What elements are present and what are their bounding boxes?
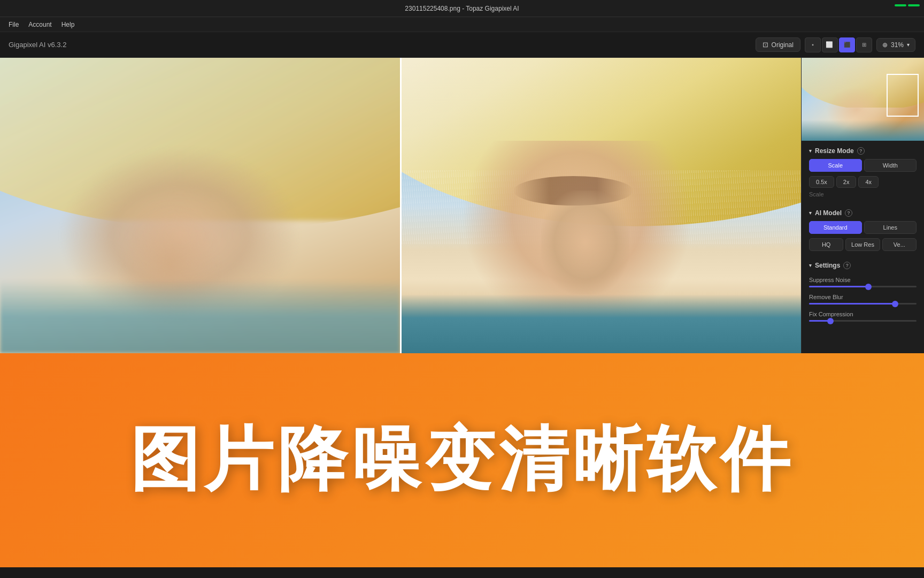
clothing-blur — [0, 279, 400, 353]
settings-chevron: ▾ — [809, 263, 812, 268]
ai-model-lines-btn[interactable]: Lines — [864, 221, 917, 234]
suppress-noise-row: Suppress Noise — [802, 273, 924, 291]
resize-mode-label: Resize Mode — [815, 147, 854, 155]
image-left-panel — [0, 58, 400, 353]
hand-clear — [541, 191, 629, 294]
thumbnail-viewport-rect[interactable] — [887, 74, 919, 117]
menu-file[interactable]: File — [4, 19, 23, 30]
settings-help-icon[interactable]: ? — [843, 262, 851, 269]
ai-model-ve-btn[interactable]: Ve... — [882, 238, 917, 251]
clothing-clear — [402, 294, 802, 353]
main-area: ▾ Resize Mode ? Scale Width 0.5x 2x 4x S… — [0, 58, 924, 353]
settings-label: Settings — [815, 262, 840, 269]
status-indicator — [895, 4, 920, 6]
header-controls: ⊡ Original ▪ ⬜ ⬛ ⊞ ⊕ 31% ▾ — [756, 37, 915, 52]
left-clothing — [0, 279, 400, 353]
resize-mode-help-icon[interactable]: ? — [857, 147, 865, 155]
scale-4x-btn[interactable]: 4x — [858, 176, 879, 188]
resize-mode-options: Scale Width — [802, 159, 924, 176]
remove-blur-thumb[interactable] — [892, 301, 898, 307]
view-split-h-button[interactable]: ⬜ — [822, 37, 838, 52]
remove-blur-label: Remove Blur — [809, 294, 917, 300]
view-split-v-icon: ⬛ — [844, 42, 850, 48]
banner-text: 图片降噪变清晰软件 — [130, 413, 794, 507]
scale-0-5x-btn[interactable]: 0.5x — [809, 176, 834, 188]
resize-mode-header: ▾ Resize Mode ? — [802, 141, 924, 159]
menu-bar: File Account Help — [0, 17, 924, 32]
title-bar: 230115225408.png - Topaz Gigapixel AI — [0, 0, 924, 17]
original-button[interactable]: ⊡ Original — [756, 37, 800, 52]
remove-blur-row: Remove Blur — [802, 291, 924, 308]
ai-model-header: ▾ AI Model ? — [802, 203, 924, 221]
fix-compression-track[interactable] — [809, 320, 917, 322]
fix-compression-row: Fix Compression — [802, 308, 924, 325]
thumb-face — [826, 87, 888, 132]
suppress-noise-thumb[interactable] — [865, 284, 872, 290]
scale-options: 0.5x 2x 4x — [802, 176, 924, 191]
image-right-panel — [402, 58, 802, 353]
ai-model-options-row2: HQ Low Res Ve... — [802, 238, 924, 255]
resize-mode-width-btn[interactable]: Width — [864, 159, 917, 172]
status-dot — [895, 4, 906, 6]
settings-header: ▾ Settings ? — [802, 255, 924, 273]
app-logo: Gigapixel AI v6.3.2 — [9, 41, 66, 49]
chevron-down-icon: ▾ — [907, 42, 910, 48]
view-mode-buttons: ▪ ⬜ ⬛ ⊞ — [805, 37, 872, 52]
fix-compression-thumb[interactable] — [827, 318, 834, 324]
ai-model-options: Standard Lines — [802, 221, 924, 238]
resize-mode-scale-btn[interactable]: Scale — [809, 159, 862, 172]
view-split-v-button[interactable]: ⬛ — [839, 37, 855, 52]
app-header: Gigapixel AI v6.3.2 ⊡ Original ▪ ⬜ ⬛ ⊞ — [0, 32, 924, 58]
menu-account[interactable]: Account — [24, 19, 56, 30]
view-single-button[interactable]: ▪ — [805, 37, 821, 52]
ai-model-label: AI Model — [815, 209, 842, 217]
split-line[interactable] — [400, 58, 402, 353]
suppress-noise-track[interactable] — [809, 286, 917, 287]
remove-blur-track[interactable] — [809, 303, 917, 305]
image-viewer[interactable] — [0, 58, 801, 353]
view-quad-button[interactable]: ⊞ — [856, 37, 872, 52]
scale-2x-btn[interactable]: 2x — [836, 176, 857, 188]
bottom-banner: 图片降噪变清晰软件 — [0, 353, 924, 567]
original-label: Original — [772, 41, 794, 49]
view-split-h-icon: ⬜ — [826, 41, 834, 48]
ai-model-hq-btn[interactable]: HQ — [809, 238, 843, 251]
fix-compression-label: Fix Compression — [809, 311, 917, 317]
suppress-noise-fill — [809, 286, 868, 287]
original-icon: ⊡ — [763, 41, 768, 49]
window-title: 230115225408.png - Topaz Gigapixel AI — [405, 5, 519, 12]
resize-mode-chevron: ▾ — [809, 148, 812, 154]
right-sidebar: ▾ Resize Mode ? Scale Width 0.5x 2x 4x S… — [801, 58, 924, 353]
ai-model-lowres-btn[interactable]: Low Res — [845, 238, 880, 251]
suppress-noise-label: Suppress Noise — [809, 277, 917, 283]
view-single-icon: ▪ — [812, 42, 814, 48]
magnifier-icon: ⊕ — [882, 41, 888, 49]
thumbnail-area — [802, 58, 924, 141]
ai-model-chevron: ▾ — [809, 210, 812, 216]
scale-label: Scale — [802, 191, 924, 203]
ai-model-help-icon[interactable]: ? — [845, 209, 852, 217]
ai-model-standard-btn[interactable]: Standard — [809, 221, 862, 234]
zoom-control[interactable]: ⊕ 31% ▾ — [876, 38, 915, 52]
remove-blur-fill — [809, 303, 895, 305]
menu-help[interactable]: Help — [57, 19, 79, 30]
view-quad-icon: ⊞ — [862, 42, 866, 48]
status-dot-2 — [908, 4, 920, 6]
zoom-level: 31% — [891, 41, 904, 49]
